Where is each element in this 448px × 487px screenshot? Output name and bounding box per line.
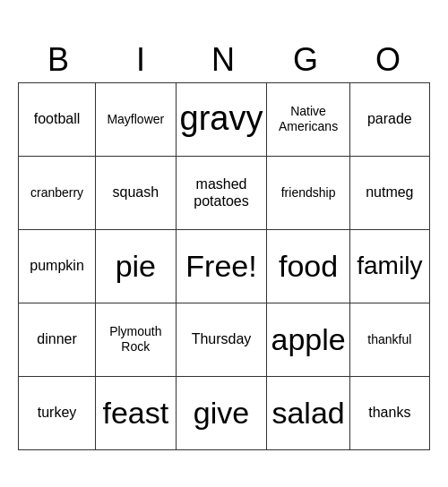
header-letter: G: [265, 38, 348, 82]
cell-text: cranberry: [22, 185, 91, 201]
cell-text: pumpkin: [22, 257, 91, 274]
cell-text: apple: [271, 321, 345, 358]
bingo-cell: thanks: [349, 376, 429, 449]
cell-text: Thursday: [180, 330, 263, 347]
bingo-cell: football: [19, 82, 96, 156]
header-letter: O: [348, 38, 430, 82]
bingo-header: BINGO: [18, 38, 430, 82]
bingo-cell: gravy: [176, 82, 267, 156]
cell-text: football: [22, 110, 91, 127]
bingo-card: BINGO footballMayflowergravyNativeAmeric…: [18, 38, 430, 450]
header-letter: B: [18, 38, 100, 82]
bingo-cell: Mayflower: [96, 82, 176, 156]
bingo-cell: parade: [349, 82, 429, 156]
cell-text: dinner: [22, 330, 91, 347]
bingo-cell: cranberry: [19, 156, 96, 229]
cell-text: salad: [271, 395, 345, 431]
bingo-cell: mashedpotatoes: [176, 156, 267, 229]
cell-text: food: [271, 248, 345, 285]
bingo-cell: family: [349, 229, 429, 303]
table-row: pumpkinpieFree!foodfamily: [19, 229, 430, 303]
bingo-cell: salad: [267, 376, 349, 449]
table-row: dinnerPlymouthRockThursdayapplethankful: [19, 303, 430, 376]
bingo-cell: PlymouthRock: [96, 303, 176, 376]
cell-text: thanks: [354, 404, 426, 421]
bingo-cell: pie: [96, 229, 176, 303]
cell-text: turkey: [22, 404, 91, 421]
cell-text: pie: [99, 248, 171, 285]
bingo-cell: thankful: [349, 303, 429, 376]
header-letter: N: [183, 38, 265, 82]
bingo-cell: give: [176, 376, 267, 449]
cell-text: gravy: [180, 98, 263, 140]
cell-text: give: [180, 395, 263, 431]
bingo-cell: squash: [96, 156, 176, 229]
cell-text: family: [354, 251, 426, 281]
bingo-cell: Free!: [176, 229, 267, 303]
cell-text: nutmeg: [354, 184, 426, 201]
bingo-cell: food: [267, 229, 349, 303]
table-row: footballMayflowergravyNativeAmericanspar…: [19, 82, 430, 156]
cell-text: NativeAmericans: [271, 104, 345, 134]
bingo-cell: feast: [96, 376, 176, 449]
bingo-cell: turkey: [19, 376, 96, 449]
cell-text: squash: [99, 184, 171, 201]
bingo-cell: pumpkin: [19, 229, 96, 303]
table-row: turkeyfeastgivesaladthanks: [19, 376, 430, 449]
bingo-cell: nutmeg: [349, 156, 429, 229]
cell-text: parade: [354, 110, 426, 127]
cell-text: Mayflower: [99, 112, 171, 127]
bingo-cell: NativeAmericans: [267, 82, 349, 156]
cell-text: feast: [99, 395, 171, 431]
header-letter: I: [100, 38, 183, 82]
cell-text: PlymouthRock: [99, 324, 171, 355]
bingo-grid: footballMayflowergravyNativeAmericanspar…: [18, 82, 430, 450]
cell-text: friendship: [271, 185, 345, 201]
cell-text: mashedpotatoes: [180, 175, 263, 209]
cell-text: thankful: [354, 332, 426, 347]
bingo-cell: dinner: [19, 303, 96, 376]
bingo-cell: apple: [267, 303, 349, 376]
bingo-cell: Thursday: [176, 303, 267, 376]
bingo-cell: friendship: [267, 156, 349, 229]
cell-text: Free!: [180, 248, 263, 285]
table-row: cranberrysquashmashedpotatoesfriendshipn…: [19, 156, 430, 229]
